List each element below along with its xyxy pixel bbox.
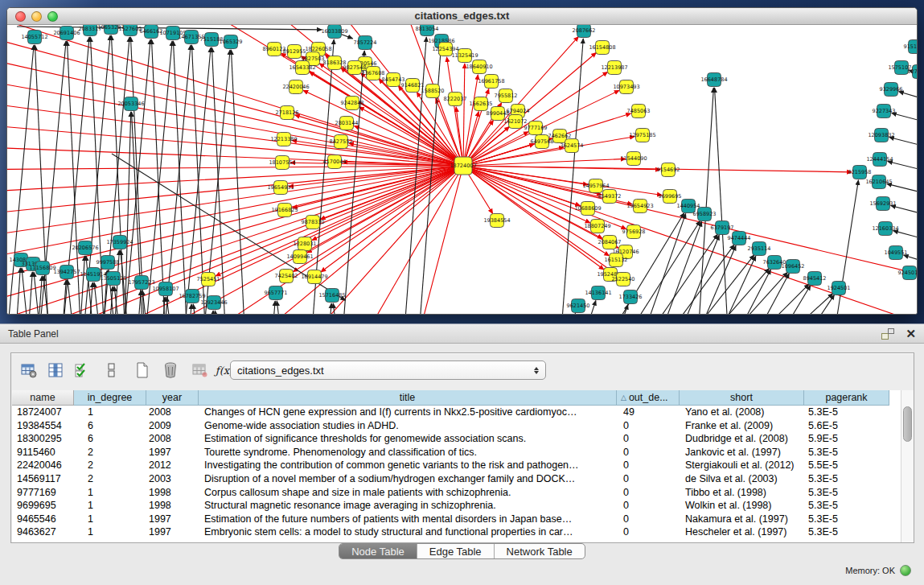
cell-out_degree[interactable]: 0 bbox=[617, 432, 680, 446]
graph-node[interactable]: 9245012 bbox=[898, 266, 917, 280]
cell-pagerank[interactable]: 5.5E-5 bbox=[804, 459, 889, 472]
column-header-pagerank[interactable]: pagerank bbox=[804, 390, 889, 406]
cell-title[interactable]: Disruption of a novel member of a sodium… bbox=[199, 472, 617, 486]
cell-year[interactable]: 1997 bbox=[146, 446, 199, 459]
cell-short[interactable]: Franke et al. (2009) bbox=[680, 419, 804, 433]
cell-year[interactable]: 2008 bbox=[146, 432, 199, 446]
cell-out_degree[interactable]: 0 bbox=[617, 525, 680, 539]
graph-node[interactable]: 2084067 bbox=[598, 236, 622, 249]
graph-node[interactable]: 16210645 bbox=[865, 175, 892, 189]
table-row[interactable]: 2242004622012Investigating the contribut… bbox=[12, 459, 914, 472]
graph-node[interactable]: 2087662 bbox=[573, 25, 596, 38]
graph-node[interactable]: 20206576 bbox=[72, 241, 98, 255]
cell-name[interactable]: 18300295 bbox=[12, 432, 74, 446]
cell-name[interactable]: 9699695 bbox=[12, 499, 74, 513]
cell-out_degree[interactable]: 0 bbox=[617, 419, 680, 433]
cell-name[interactable]: 18724007 bbox=[12, 406, 74, 419]
graph-node[interactable]: 9699695 bbox=[659, 190, 682, 204]
cell-out_degree[interactable]: 0 bbox=[617, 499, 680, 513]
zoom-window-icon[interactable] bbox=[47, 11, 58, 22]
graph-node[interactable]: 20691406 bbox=[53, 27, 80, 40]
cell-year[interactable]: 2009 bbox=[146, 419, 199, 433]
graph-node[interactable]: 8215958 bbox=[848, 166, 872, 179]
cell-year[interactable]: 1997 bbox=[146, 513, 199, 526]
graph-node[interactable]: 11544090 bbox=[620, 152, 647, 166]
cell-out_degree[interactable]: 0 bbox=[617, 486, 680, 500]
cell-title[interactable]: Embryonic stem cells: a model to study s… bbox=[199, 525, 617, 539]
column-header-out_degree[interactable]: △out_de... bbox=[617, 390, 680, 406]
graph-node[interactable]: 1527602 bbox=[119, 25, 142, 36]
cell-year[interactable]: 1998 bbox=[146, 486, 199, 500]
network-window[interactable]: citations_edges.txt 14055712206914062083… bbox=[6, 7, 918, 315]
graph-node[interactable]: 12213987 bbox=[601, 61, 627, 75]
graph-node[interactable]: 8945412 bbox=[803, 272, 827, 286]
graph-node[interactable]: 1588520 bbox=[421, 84, 445, 98]
import-table-icon[interactable] bbox=[190, 360, 211, 381]
cell-out_degree[interactable]: 49 bbox=[617, 406, 680, 419]
minimize-window-icon[interactable] bbox=[31, 11, 42, 22]
new-column-icon[interactable] bbox=[132, 360, 153, 381]
graph-node[interactable]: 19384554 bbox=[483, 214, 510, 228]
graph-node[interactable]: 7955812 bbox=[495, 89, 518, 103]
graph-node[interactable]: 9997588 bbox=[97, 256, 120, 270]
graph-node[interactable]: 9777169 bbox=[524, 122, 548, 135]
column-header-short[interactable]: short bbox=[680, 390, 804, 406]
row-height-icon[interactable] bbox=[101, 360, 122, 381]
tab-edge-table[interactable]: Edge Table bbox=[417, 544, 494, 558]
cell-short[interactable]: Stergiakouli et al. (2012) bbox=[680, 459, 804, 472]
graph-node[interactable]: 6379197 bbox=[711, 221, 734, 235]
delete-column-icon[interactable] bbox=[160, 360, 181, 381]
cell-pagerank[interactable]: 5.6E-5 bbox=[804, 419, 889, 433]
cell-year[interactable]: 2012 bbox=[146, 459, 199, 472]
graph-node[interactable]: 1049551 bbox=[885, 246, 908, 260]
close-panel-icon[interactable]: ✕ bbox=[906, 328, 916, 340]
table-row[interactable]: 946554611997Estimation of the future num… bbox=[12, 513, 914, 526]
tab-node-table[interactable]: Node Table bbox=[339, 544, 417, 558]
cell-out_degree[interactable]: 0 bbox=[617, 459, 680, 472]
cell-short[interactable]: Jankovic et al. (1997) bbox=[680, 446, 804, 459]
table-row[interactable]: 911546021997Tourette syndrome. Phenomeno… bbox=[12, 446, 914, 459]
graph-node[interactable]: 12444154 bbox=[866, 153, 893, 167]
table-settings-icon[interactable] bbox=[18, 360, 39, 381]
graph-node[interactable]: 10958107 bbox=[152, 282, 179, 296]
graph-node[interactable]: 12093832 bbox=[868, 129, 894, 142]
table-row[interactable]: 1456911722003Disruption of a novel membe… bbox=[12, 472, 914, 486]
table-scrollbar[interactable] bbox=[901, 390, 914, 542]
cell-pagerank[interactable]: 5.3E-5 bbox=[804, 446, 889, 459]
cell-in_degree[interactable]: 1 bbox=[74, 486, 146, 500]
cell-pagerank[interactable]: 5.3E-5 bbox=[804, 406, 889, 419]
cell-year[interactable]: 1997 bbox=[146, 525, 199, 539]
graph-node[interactable]: 12213389 bbox=[270, 133, 297, 146]
graph-node[interactable]: 9154692 bbox=[657, 163, 680, 177]
cell-in_degree[interactable]: 6 bbox=[74, 419, 146, 433]
graph-node[interactable]: 16033809 bbox=[321, 25, 347, 39]
tab-network-table[interactable]: Network Table bbox=[494, 544, 585, 558]
graph-node[interactable]: 9621450 bbox=[567, 299, 590, 313]
cell-out_degree[interactable]: 0 bbox=[617, 446, 680, 459]
table-row[interactable]: 946362711997Embryonic stem cells: a mode… bbox=[12, 525, 914, 539]
cell-title[interactable]: Estimation of the future numbers of pati… bbox=[199, 513, 617, 526]
graph-node[interactable]: 12975185 bbox=[629, 129, 655, 142]
cell-name[interactable]: 9465546 bbox=[12, 513, 74, 526]
cell-in_degree[interactable]: 2 bbox=[74, 472, 146, 486]
graph-node[interactable]: 7525451 bbox=[197, 273, 220, 286]
graph-node[interactable]: 15692931 bbox=[869, 197, 896, 211]
cell-pagerank[interactable]: 5.3E-5 bbox=[804, 486, 889, 500]
cell-title[interactable]: Changes of HCN gene expression and I(f) … bbox=[199, 406, 617, 419]
cell-in_degree[interactable]: 2 bbox=[74, 459, 146, 472]
graph-node[interactable]: 19654923 bbox=[626, 200, 653, 213]
column-chooser-icon[interactable] bbox=[45, 360, 66, 381]
graph-node[interactable]: 15716485 bbox=[318, 289, 345, 303]
graph-node[interactable]: 16154808 bbox=[589, 41, 615, 55]
table-row[interactable]: 977716911998Corpus callosum shape and si… bbox=[12, 486, 914, 500]
cell-name[interactable]: 9777169 bbox=[12, 486, 74, 500]
cell-name[interactable]: 14569117 bbox=[12, 472, 74, 486]
table-row[interactable]: 1830029562008Estimation of significance … bbox=[12, 432, 914, 446]
graph-node[interactable]: 2935114 bbox=[748, 242, 771, 256]
column-header-name[interactable]: name bbox=[12, 390, 74, 406]
graph-node[interactable]: 9657771 bbox=[265, 286, 288, 300]
network-canvas[interactable]: 1405571220691406208331710653287152760264… bbox=[7, 25, 917, 314]
column-header-in_degree[interactable]: in_degree bbox=[74, 390, 146, 406]
graph-node[interactable]: 7857224 bbox=[354, 36, 377, 50]
citation-network-graph[interactable]: 1405571220691406208331710653287152760264… bbox=[7, 25, 917, 314]
